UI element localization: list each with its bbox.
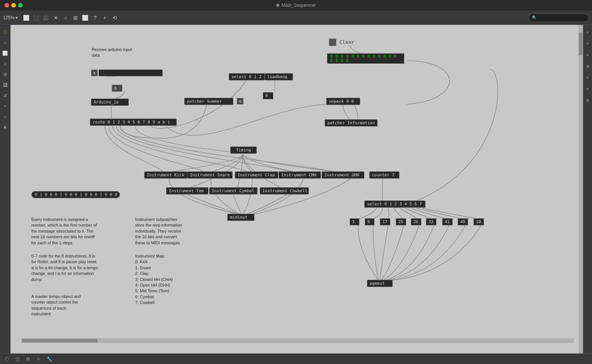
x-toggle[interactable] (237, 98, 244, 105)
modified-indicator (276, 4, 279, 7)
sidebar-icon-5[interactable]: ⊞ (1, 70, 9, 79)
loadbang-object[interactable]: loadbang (265, 73, 293, 80)
patcher-information[interactable]: patcher Information (325, 119, 378, 126)
instrument-kick[interactable]: Instrument Kick (144, 171, 188, 179)
numbox-49[interactable]: 49 (458, 218, 468, 225)
instrument-cowbell[interactable]: Instrument Cowbell (260, 187, 309, 194)
comment-desc1: Every instrument is assigned anumber, wh… (31, 217, 122, 246)
b-button[interactable]: b (112, 85, 122, 92)
instrument-snare[interactable]: Instrument Snare (187, 171, 233, 179)
sidebar-icon-3[interactable]: ⬜ (1, 49, 9, 57)
toolbar-icon-3[interactable]: 🎥 (42, 14, 50, 22)
instrument-cymbal[interactable]: Instrument Cymbal (209, 187, 257, 194)
instrument-clap[interactable]: Instrument Clap (235, 171, 278, 179)
bottom-icon-5[interactable]: 🔧 (45, 355, 53, 363)
timing-object[interactable]: Timing (230, 147, 257, 154)
select-0-7-object[interactable]: select 0 1 2 3 4 5 6 7 (364, 201, 426, 208)
patcher-summer[interactable]: patcher Summer (184, 98, 233, 105)
search-bar[interactable]: 🔍 (529, 14, 589, 22)
sidebar-icon-10[interactable]: ★ (1, 123, 9, 131)
sidebar-icon-7[interactable]: 🖇 (1, 91, 9, 100)
instrument-chh[interactable]: Instrument CHH (279, 171, 321, 179)
toolbar-icon-1[interactable]: ⬜ (22, 14, 31, 22)
close-button[interactable] (5, 3, 9, 8)
midiout-object[interactable]: midiout (227, 214, 254, 221)
bottom-bar: ⬡ ◫ ⊞ ⊹ 🔧 (0, 353, 592, 364)
right-sidebar-icon-3[interactable]: ≡ (584, 51, 592, 59)
minimize-button[interactable] (11, 3, 16, 8)
numbox-1[interactable]: 1 (350, 218, 359, 225)
numbox-10[interactable]: 10 (473, 218, 484, 225)
toolbar-icon-7[interactable]: ⬜ (81, 14, 89, 22)
left-sidebar: ⬡ ○ ⬜ ♪ ⊞ 🖼 🖇 + ○ ★ (0, 25, 11, 353)
right-sidebar-icon-6[interactable]: ≡ (584, 85, 592, 93)
main-layout: ⬡ ○ ⬜ ♪ ⊞ 🖼 🖇 + ○ ★ (0, 25, 592, 353)
toolbar-icon-9[interactable]: + (101, 14, 109, 22)
numbox-25[interactable]: 25 (396, 218, 406, 225)
scrollbar-thumb-horizontal[interactable] (22, 339, 97, 342)
search-input[interactable] (538, 15, 586, 20)
sidebar-icon-9[interactable]: ○ (1, 113, 9, 121)
right-sidebar-icon-4[interactable]: ⊞ (584, 62, 592, 70)
toggle-object[interactable] (91, 69, 98, 76)
right-sidebar-icon-7[interactable]: ⚙ (584, 96, 592, 104)
sidebar-icon-box[interactable]: ⬡ (1, 28, 9, 36)
unpack-object[interactable]: unpack 0 0 (326, 98, 360, 105)
route-object[interactable]: route 0 1 2 3 4 5 6 7 8 9 a b i (90, 119, 177, 126)
canvas-area[interactable]: Receive arduino inputdata b Arduino_io r… (11, 25, 583, 353)
input-message-box[interactable] (99, 69, 163, 76)
zoom-control[interactable]: 125% ▾ (3, 15, 18, 20)
toolbar: 125% ▾ ⬜ ⬛ 🎥 ✕ ○ ⊞ ⬜ ? + ⟲ 🔍 (0, 11, 592, 25)
toolbar-icon-5[interactable]: ○ (62, 14, 70, 22)
clear-label: Clear (337, 39, 358, 46)
toolbar-icon-2[interactable]: ⬛ (32, 14, 40, 22)
toolbar-icon-6[interactable]: ⊞ (71, 14, 80, 22)
comment-desc5: Instrument Map: 0: Kick 1: Snare 2: Clap… (135, 253, 218, 306)
clear-toggle[interactable] (329, 39, 336, 46)
comment-receive-arduino: Receive arduino inputdata (92, 47, 132, 59)
pgmout-object[interactable]: pgmout (367, 280, 393, 287)
titlebar: Main_Sequencer (0, 0, 592, 11)
instrument-ohh[interactable]: Instrument OHH (322, 171, 364, 179)
right-sidebar-icon-5[interactable]: ≡ (584, 73, 592, 82)
comment-desc4: Instrument subpatchesstore the step info… (135, 217, 222, 246)
select-0-1-2[interactable]: select 0 1 2 (229, 73, 265, 80)
toolbar-icon-4[interactable]: ✕ (52, 14, 60, 22)
bottom-icon-3[interactable]: ⊞ (24, 355, 32, 363)
instrument-tom[interactable]: Instrument Tom (166, 187, 208, 194)
arduino-io-object[interactable]: Arduino_io (91, 99, 129, 106)
window-title: Main_Sequencer (276, 3, 316, 8)
right-sidebar: ≡ ≡ ≡ ⊞ ≡ ≡ ⚙ (583, 25, 592, 353)
right-sidebar-icon-2[interactable]: ≡ (584, 39, 592, 48)
bottom-icon-2[interactable]: ◫ (14, 355, 21, 363)
numbox-17[interactable]: 17 (380, 218, 390, 225)
comment-desc3: A master tempo object andcounter object … (31, 294, 114, 317)
sidebar-icon-2[interactable]: ○ (1, 39, 9, 47)
horizontal-scrollbar[interactable] (21, 338, 574, 343)
search-icon: 🔍 (532, 15, 536, 20)
numbox-9[interactable]: 9 (365, 218, 375, 225)
vertical-scrollbar[interactable] (578, 25, 583, 353)
sidebar-icon-8[interactable]: + (1, 102, 9, 110)
numbox-0[interactable]: 0 (263, 92, 273, 99)
right-sidebar-icon-1[interactable]: ≡ (584, 28, 592, 36)
maximize-button[interactable] (18, 3, 23, 8)
bits-display: 0 0 0 0 0 0 0 0 0 0 0 0 0 0 0 0 0 (327, 53, 404, 64)
scrollbar-thumb-vertical[interactable] (579, 32, 583, 55)
numbox-26[interactable]: 26 (411, 218, 421, 225)
toolbar-icon-8[interactable]: ? (91, 14, 99, 22)
numbox-33[interactable]: 33 (426, 218, 436, 225)
window-controls[interactable] (5, 3, 23, 8)
sidebar-icon-4[interactable]: ♪ (1, 60, 9, 68)
counter-7[interactable]: counter 7 (369, 171, 399, 179)
numbox-41[interactable]: 41 (442, 218, 453, 225)
bottom-icon-4[interactable]: ⊹ (35, 355, 42, 363)
sidebar-icon-6[interactable]: 🖼 (1, 81, 9, 89)
comment-desc2: 0-7 code for the 8 instruments, 8 isfor … (31, 253, 122, 282)
toolbar-icon-10[interactable]: ⟲ (111, 14, 119, 22)
bottom-icon-1[interactable]: ⬡ (3, 355, 11, 363)
binary-display: 0 1 0 0 0 1 0 0 0 1 0 0 0 1 0 0 0 0 (31, 191, 120, 198)
